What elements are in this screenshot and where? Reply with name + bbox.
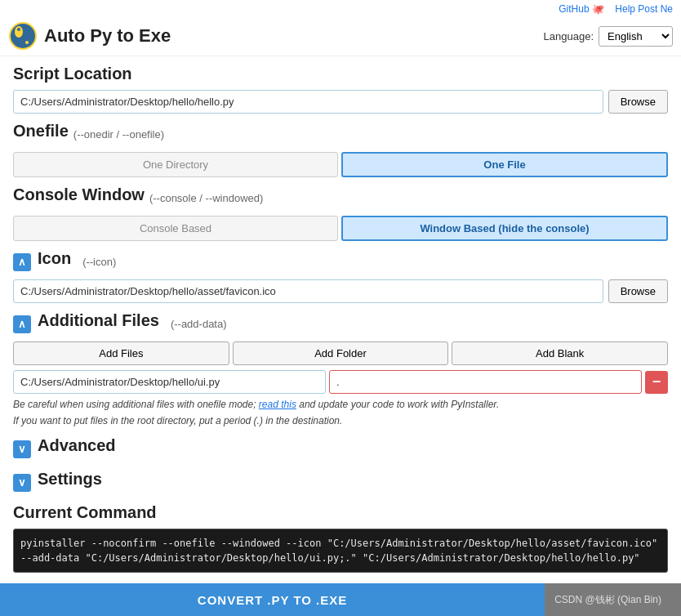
language-label: Language: xyxy=(544,30,594,42)
script-location-section: Script Location Browse xyxy=(13,65,668,114)
script-location-title: Script Location xyxy=(13,65,668,83)
script-browse-button[interactable]: Browse xyxy=(608,90,668,114)
console-window-section: Console Window (--console / --windowed) … xyxy=(13,185,668,241)
one-file-button[interactable]: One File xyxy=(341,152,668,177)
icon-section: ∧ Icon (--icon) Browse xyxy=(13,249,668,303)
watermark-area: CSDN @钱彬 (Qian Bin) xyxy=(545,583,681,616)
convert-bar: CONVERT .PY TO .EXE CSDN @钱彬 (Qian Bin) xyxy=(0,583,681,616)
file-dest-input[interactable] xyxy=(329,370,642,394)
icon-toggle-button[interactable]: ∧ xyxy=(13,253,31,271)
onefile-button-row: One Directory One File xyxy=(13,152,668,177)
console-subtitle: (--console / --windowed) xyxy=(149,192,263,204)
svg-point-4 xyxy=(17,28,20,31)
remove-file-button[interactable]: − xyxy=(645,371,668,394)
additional-files-toggle-row: ∧ Additional Files (--add-data) xyxy=(13,311,668,337)
script-location-input[interactable] xyxy=(13,90,603,114)
current-command-box: pyinstaller --noconfirm --onefile --wind… xyxy=(13,529,668,573)
current-command-section: Current Command pyinstaller --noconfirm … xyxy=(13,503,668,573)
language-area: Language: English Chinese French German … xyxy=(544,26,673,47)
console-button-row: Console Based Window Based (hide the con… xyxy=(13,216,668,241)
onefile-section: Onefile (--onedir / --onefile) One Direc… xyxy=(13,122,668,177)
advanced-toggle-button[interactable]: ∨ xyxy=(13,440,31,458)
icon-title: Icon xyxy=(38,249,71,268)
main-content: Script Location Browse Onefile (--onedir… xyxy=(0,56,681,573)
advanced-section: ∨ Advanced xyxy=(13,436,668,462)
script-location-row: Browse xyxy=(13,90,668,114)
current-command-title: Current Command xyxy=(13,503,668,522)
svg-point-5 xyxy=(25,41,29,44)
onefile-subtitle: (--onedir / --onefile) xyxy=(73,128,164,141)
additional-files-subtitle: (--add-data) xyxy=(171,318,227,330)
settings-toggle-row: ∨ Settings xyxy=(13,470,668,495)
convert-btn-area[interactable]: CONVERT .PY TO .EXE xyxy=(0,583,545,616)
additional-files-section: ∧ Additional Files (--add-data) Add File… xyxy=(13,311,668,428)
icon-toggle-row: ∧ Icon (--icon) xyxy=(13,249,668,275)
settings-section: ∨ Settings xyxy=(13,470,668,495)
icon-subtitle: (--icon) xyxy=(82,256,116,268)
app-title: Auto Py to Exe xyxy=(44,25,171,47)
warning-text-2: If you want to put files in the root dir… xyxy=(13,413,668,428)
advanced-title: Advanced xyxy=(38,436,116,455)
icon-browse-button[interactable]: Browse xyxy=(608,279,668,303)
advanced-toggle-row: ∨ Advanced xyxy=(13,436,668,462)
settings-toggle-button[interactable]: ∨ xyxy=(13,474,31,492)
onefile-header: Onefile (--onedir / --onefile) xyxy=(13,122,668,147)
add-folder-button[interactable]: Add Folder xyxy=(233,341,449,365)
help-link[interactable]: Help Post Ne xyxy=(615,3,673,15)
github-link[interactable]: GitHub xyxy=(559,3,589,15)
windowed-button[interactable]: Window Based (hide the console) xyxy=(341,216,668,241)
console-header: Console Window (--console / --windowed) xyxy=(13,185,668,211)
language-select[interactable]: English Chinese French German Japanese xyxy=(599,26,673,47)
watermark-text: CSDN @钱彬 (Qian Bin) xyxy=(554,593,671,607)
additional-files-button-row: Add Files Add Folder Add Blank xyxy=(13,341,668,365)
add-blank-button[interactable]: Add Blank xyxy=(452,341,668,365)
app-header: Auto Py to Exe Language: English Chinese… xyxy=(0,16,681,56)
onefile-title: Onefile xyxy=(13,122,69,141)
add-files-button[interactable]: Add Files xyxy=(13,341,229,365)
python-logo-icon xyxy=(8,21,38,51)
console-title: Console Window xyxy=(13,185,145,204)
one-directory-button[interactable]: One Directory xyxy=(13,152,338,177)
icon-input-row: Browse xyxy=(13,279,668,303)
read-this-link[interactable]: read this xyxy=(259,399,296,410)
icon-input[interactable] xyxy=(13,279,603,303)
additional-files-title: Additional Files xyxy=(38,311,159,330)
additional-files-toggle-button[interactable]: ∧ xyxy=(13,315,31,333)
github-icon: 🐙 xyxy=(592,3,604,15)
file-source-input[interactable] xyxy=(13,370,326,394)
console-based-button[interactable]: Console Based xyxy=(13,216,338,241)
convert-button-label[interactable]: CONVERT .PY TO .EXE xyxy=(0,593,545,607)
settings-title: Settings xyxy=(38,470,102,489)
file-entry-row: − xyxy=(13,370,668,394)
top-bar: GitHub 🐙 Help Post Ne xyxy=(0,0,681,16)
logo-area: Auto Py to Exe xyxy=(8,21,171,51)
warning-text-1: Be careful when using additional files w… xyxy=(13,397,668,412)
